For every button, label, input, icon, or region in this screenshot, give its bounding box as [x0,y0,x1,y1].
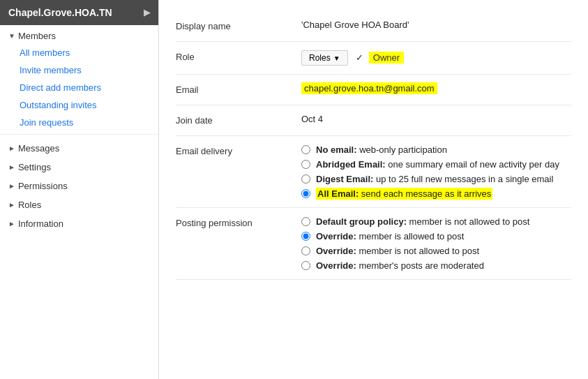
posting-permission-options: Default group policy: member is not allo… [301,216,571,271]
pp-override-allowed: Override: member is allowed to post [301,231,571,241]
posting-permission-label: Posting permission [176,216,301,228]
members-label: Members [18,31,56,41]
pp-default: Default group policy: member is not allo… [301,216,571,227]
posting-permission-radio-group: Default group policy: member is not allo… [301,216,571,271]
members-arrow-icon: ▼ [8,32,15,40]
sidebar: Chapel.Grove.HOA.TN ▶ ▼ Members All memb… [0,0,159,379]
sidebar-section-roles[interactable]: ► Roles [0,194,158,213]
pp-override-allowed-label[interactable]: Override: member is allowed to post [316,231,464,241]
display-name-label: Display name [176,20,301,31]
email-delivery-row: Email delivery No email: web-only partic… [176,136,571,208]
main-content: Display name 'Chapel Grove HOA Board' Ro… [159,0,588,379]
display-name-value: 'Chapel Grove HOA Board' [301,20,571,30]
role-value: Roles ▼ ✓ Owner [301,50,571,66]
abridged-label[interactable]: Abridged Email: one summary email of new… [316,159,559,170]
sidebar-section-settings[interactable]: ► Settings [0,156,158,175]
divider-1 [0,134,158,135]
sidebar-section-information[interactable]: ► Information [0,213,158,232]
no-email-radio[interactable] [301,145,310,154]
email-delivery-all-email: All Email: send each message as it arriv… [301,188,571,199]
sidebar-collapse-icon[interactable]: ▶ [144,8,150,17]
pp-override-not-allowed-label[interactable]: Override: member is not allowed to post [316,246,479,256]
members-items: All members Invite members Direct add me… [0,44,158,131]
roles-dropdown-arrow-icon: ▼ [333,54,340,62]
sidebar-item-outstanding-invites[interactable]: Outstanding invites [0,96,158,114]
permissions-arrow-icon: ► [8,182,15,190]
roles-arrow-icon: ► [8,201,15,209]
settings-arrow-icon: ► [8,163,15,171]
digest-label[interactable]: Digest Email: up to 25 full new messages… [316,174,553,184]
email-delivery-options: No email: web-only participation Abridge… [301,144,571,199]
role-row: Role Roles ▼ ✓ Owner [176,42,571,75]
settings-label: Settings [18,162,51,172]
email-label: Email [176,83,301,95]
sidebar-item-invite-members[interactable]: Invite members [0,61,158,79]
sidebar-item-join-requests[interactable]: Join requests [0,114,158,131]
display-name-row: Display name 'Chapel Grove HOA Board' [176,11,571,42]
pp-override-moderated-label[interactable]: Override: member's posts are moderated [316,260,484,271]
pp-override-allowed-radio[interactable] [301,232,310,241]
pp-override-moderated-radio[interactable] [301,261,310,270]
no-email-label[interactable]: No email: web-only participation [316,144,447,155]
join-date-value: Oct 4 [301,114,571,124]
email-value: chapel.grove.hoa.tn@gmail.com [301,83,571,94]
information-label: Information [18,218,63,229]
email-delivery-no-email: No email: web-only participation [301,144,571,155]
messages-arrow-icon: ► [8,144,15,152]
email-row: Email chapel.grove.hoa.tn@gmail.com [176,75,571,105]
digest-radio[interactable] [301,174,310,184]
roles-button-label: Roles [309,53,331,63]
messages-label: Messages [18,143,59,154]
email-delivery-radio-group: No email: web-only participation Abridge… [301,144,571,199]
posting-permission-row: Posting permission Default group policy:… [176,208,571,280]
all-email-radio[interactable] [301,189,310,198]
owner-badge: Owner [369,52,404,64]
pp-override-not-allowed: Override: member is not allowed to post [301,246,571,256]
sidebar-section-messages[interactable]: ► Messages [0,138,158,156]
permissions-label: Permissions [18,181,68,191]
roles-label: Roles [18,200,41,210]
email-delivery-label: Email delivery [176,144,301,156]
sidebar-item-all-members[interactable]: All members [0,44,158,61]
abridged-radio[interactable] [301,160,310,169]
sidebar-title-text: Chapel.Grove.HOA.TN [8,7,112,18]
pp-override-not-allowed-radio[interactable] [301,246,310,255]
email-delivery-abridged: Abridged Email: one summary email of new… [301,159,571,170]
pp-default-radio[interactable] [301,217,310,226]
all-email-label[interactable]: All Email: send each message as it arriv… [316,188,492,199]
role-label: Role [176,50,301,62]
email-delivery-digest: Digest Email: up to 25 full new messages… [301,174,571,184]
pp-override-moderated: Override: member's posts are moderated [301,260,571,271]
sidebar-section-permissions[interactable]: ► Permissions [0,175,158,194]
sidebar-item-direct-add-members[interactable]: Direct add members [0,79,158,96]
sidebar-section-members[interactable]: ▼ Members [0,25,158,44]
owner-check-icon: ✓ [356,52,363,63]
email-text: chapel.grove.hoa.tn@gmail.com [301,82,437,94]
sidebar-title[interactable]: Chapel.Grove.HOA.TN ▶ [0,0,158,25]
join-date-label: Join date [176,114,301,126]
join-date-row: Join date Oct 4 [176,105,571,136]
pp-default-label[interactable]: Default group policy: member is not allo… [316,216,529,227]
roles-button[interactable]: Roles ▼ [301,50,348,66]
information-arrow-icon: ► [8,220,15,228]
